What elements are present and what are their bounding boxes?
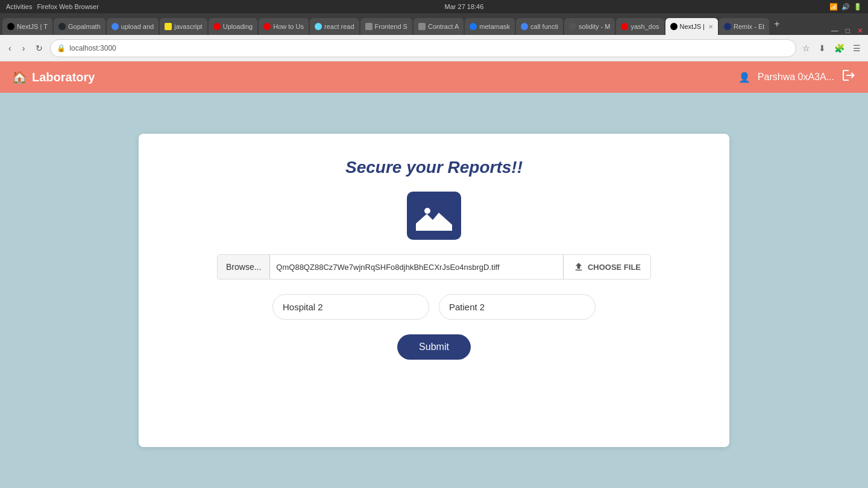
card-title: Secure your Reports!! <box>345 158 523 177</box>
tab-favicon <box>569 23 576 30</box>
logout-button[interactable] <box>841 68 856 86</box>
forward-button[interactable]: › <box>19 41 29 55</box>
wifi-icon: 📶 <box>829 3 838 11</box>
tab-favicon <box>724 23 731 30</box>
tab-favicon <box>213 23 221 30</box>
browse-button[interactable]: Browse... <box>218 255 270 279</box>
back-button[interactable]: ‹ <box>5 41 15 55</box>
volume-icon: 🔊 <box>841 3 850 11</box>
datetime: Mar 27 18:46 <box>445 3 484 10</box>
file-name-display: QmQ88QZ88Cz7We7wjnRqSHFo8djhkBhECXrJsEo4… <box>270 255 563 279</box>
extensions-button[interactable]: 🧩 <box>832 41 847 55</box>
tab-favicon <box>112 23 119 30</box>
tab-uploading[interactable]: Uploading <box>209 18 258 35</box>
tab-react[interactable]: react read <box>310 18 359 35</box>
tab-bar: NextJS | T Gopalmath upload and javascri… <box>0 13 868 35</box>
tab-favicon <box>365 23 373 30</box>
tab-favicon <box>621 23 628 30</box>
download-button[interactable]: ⬇ <box>816 41 828 55</box>
logout-icon <box>841 68 856 83</box>
submit-button[interactable]: Submit <box>397 334 471 360</box>
tab-solidity[interactable]: solidity - M <box>564 18 615 35</box>
user-avatar-icon: 👤 <box>738 72 750 83</box>
url-display[interactable]: localhost:3000 <box>69 44 790 52</box>
app-title: Laboratory <box>32 70 95 84</box>
maximize-button[interactable]: □ <box>843 27 852 35</box>
patient-input[interactable] <box>439 294 596 320</box>
user-info: 👤 Parshwa 0xA3A... <box>738 68 856 86</box>
tab-favicon <box>7 23 14 30</box>
tab-contract[interactable]: Contract A <box>414 18 464 35</box>
close-window-button[interactable]: ✕ <box>855 27 866 35</box>
user-name: Parshwa 0xA3A... <box>758 72 834 83</box>
tab-nextjs-1[interactable]: NextJS | T <box>2 18 52 35</box>
tab-gopalmath[interactable]: Gopalmath <box>54 18 105 35</box>
reload-button[interactable]: ↻ <box>32 41 46 55</box>
tab-javascript[interactable]: javascript <box>160 18 207 35</box>
menu-button[interactable]: ☰ <box>851 41 863 55</box>
tab-upload[interactable]: upload and <box>107 18 159 35</box>
tab-howto[interactable]: How to Us <box>259 18 309 35</box>
tab-remix[interactable]: Remix - Et <box>719 18 769 35</box>
hospital-input[interactable] <box>272 294 429 320</box>
tab-favicon <box>670 23 678 30</box>
svg-point-1 <box>424 208 430 214</box>
image-placeholder-icon <box>407 192 461 240</box>
main-content: Secure your Reports!! Browse... QmQ88QZ8… <box>0 93 868 488</box>
tab-nextjs-active[interactable]: NextJS | ✕ <box>665 18 718 35</box>
tab-yash[interactable]: yash_dos <box>616 18 664 35</box>
tab-favicon <box>58 23 66 30</box>
image-icon <box>416 201 452 231</box>
tab-controls: — □ ✕ <box>829 27 866 35</box>
app-header: 🏠 Laboratory 👤 Parshwa 0xA3A... <box>0 61 868 93</box>
choose-file-button[interactable]: CHOOSE FILE <box>563 255 650 279</box>
url-bar-actions: ☆ ⬇ 🧩 ☰ <box>800 41 863 55</box>
system-bar: Activities Firefox Web Browser Mar 27 18… <box>0 0 868 13</box>
tab-frontend[interactable]: Frontend S <box>360 18 412 35</box>
browser-name: Firefox Web Browser <box>37 3 99 10</box>
tab-favicon <box>521 23 528 30</box>
upload-icon <box>573 261 584 272</box>
home-icon: 🏠 <box>12 70 27 84</box>
bookmark-button[interactable]: ☆ <box>800 41 813 55</box>
tab-favicon <box>315 23 322 30</box>
tab-call-functi[interactable]: call functi <box>516 18 563 35</box>
choose-file-label: CHOOSE FILE <box>588 263 641 272</box>
report-card: Secure your Reports!! Browse... QmQ88QZ8… <box>139 134 729 447</box>
input-row <box>253 294 615 320</box>
tab-favicon <box>263 23 271 30</box>
app-logo: 🏠 Laboratory <box>12 70 95 84</box>
url-input-container[interactable]: 🔒 localhost:3000 <box>50 39 796 57</box>
tab-favicon <box>165 23 172 30</box>
file-upload-row: Browse... QmQ88QZ88Cz7We7wjnRqSHFo8djhkB… <box>217 254 651 280</box>
minimize-button[interactable]: — <box>829 27 841 35</box>
tab-favicon <box>418 23 426 30</box>
tab-favicon <box>470 23 477 30</box>
tab-close-icon[interactable]: ✕ <box>708 23 713 30</box>
url-bar: ‹ › ↻ 🔒 localhost:3000 ☆ ⬇ 🧩 ☰ <box>0 35 868 61</box>
tab-metamask[interactable]: metamask <box>465 18 515 35</box>
activities-label[interactable]: Activities <box>6 3 32 10</box>
new-tab-button[interactable]: + <box>770 19 783 30</box>
battery-icon: 🔋 <box>854 3 862 11</box>
security-icon: 🔒 <box>57 44 66 52</box>
